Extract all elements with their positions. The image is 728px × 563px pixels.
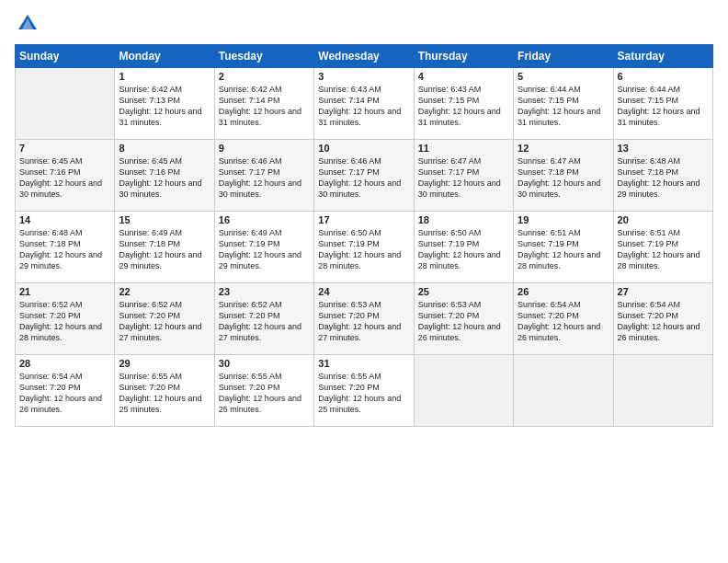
day-info: Sunrise: 6:44 AMSunset: 7:15 PMDaylight:…	[618, 84, 709, 129]
day-number: 8	[119, 143, 210, 154]
day-number: 26	[518, 286, 609, 297]
day-number: 21	[19, 286, 110, 297]
day-header-monday: Monday	[115, 45, 214, 68]
day-header-saturday: Saturday	[613, 45, 712, 68]
day-number: 22	[119, 286, 210, 297]
day-info: Sunrise: 6:54 AMSunset: 7:20 PMDaylight:…	[618, 299, 709, 344]
day-number: 6	[618, 71, 709, 82]
day-number: 31	[318, 358, 409, 369]
day-number: 10	[318, 143, 409, 154]
calendar-cell: 26Sunrise: 6:54 AMSunset: 7:20 PMDayligh…	[514, 283, 613, 355]
day-number: 29	[119, 358, 210, 369]
day-number: 28	[19, 358, 110, 369]
day-number: 17	[318, 214, 409, 225]
day-header-sunday: Sunday	[16, 45, 115, 68]
day-info: Sunrise: 6:47 AMSunset: 7:17 PMDaylight:…	[418, 155, 509, 201]
day-number: 24	[318, 286, 409, 297]
day-number: 12	[518, 143, 609, 154]
day-info: Sunrise: 6:50 AMSunset: 7:19 PMDaylight:…	[418, 227, 509, 272]
day-number: 23	[219, 286, 310, 297]
day-info: Sunrise: 6:45 AMSunset: 7:16 PMDaylight:…	[19, 155, 110, 201]
calendar-cell: 10Sunrise: 6:46 AMSunset: 7:17 PMDayligh…	[314, 140, 414, 212]
logo	[15, 11, 44, 37]
day-number: 25	[418, 286, 509, 297]
day-info: Sunrise: 6:47 AMSunset: 7:18 PMDaylight:…	[518, 155, 609, 201]
day-info: Sunrise: 6:48 AMSunset: 7:18 PMDaylight:…	[618, 155, 709, 201]
calendar-cell: 5Sunrise: 6:44 AMSunset: 7:15 PMDaylight…	[514, 68, 613, 140]
day-number: 15	[119, 214, 210, 225]
logo-icon	[15, 11, 40, 37]
calendar-cell: 3Sunrise: 6:43 AMSunset: 7:14 PMDaylight…	[314, 68, 414, 140]
day-header-tuesday: Tuesday	[214, 45, 313, 68]
calendar-cell: 8Sunrise: 6:45 AMSunset: 7:16 PMDaylight…	[115, 140, 214, 212]
day-info: Sunrise: 6:42 AMSunset: 7:14 PMDaylight:…	[219, 84, 310, 129]
calendar-cell	[514, 355, 613, 427]
day-info: Sunrise: 6:51 AMSunset: 7:19 PMDaylight:…	[618, 227, 709, 272]
day-number: 2	[219, 71, 310, 82]
calendar-cell: 24Sunrise: 6:53 AMSunset: 7:20 PMDayligh…	[314, 283, 414, 355]
calendar-cell	[613, 355, 712, 427]
day-info: Sunrise: 6:43 AMSunset: 7:14 PMDaylight:…	[318, 84, 409, 129]
calendar-page: SundayMondayTuesdayWednesdayThursdayFrid…	[0, 0, 728, 563]
day-number: 16	[219, 214, 310, 225]
calendar-cell: 19Sunrise: 6:51 AMSunset: 7:19 PMDayligh…	[514, 212, 613, 283]
day-info: Sunrise: 6:49 AMSunset: 7:18 PMDaylight:…	[119, 227, 210, 272]
day-number: 4	[418, 71, 509, 82]
calendar-cell: 17Sunrise: 6:50 AMSunset: 7:19 PMDayligh…	[314, 212, 414, 283]
calendar-cell: 18Sunrise: 6:50 AMSunset: 7:19 PMDayligh…	[414, 212, 513, 283]
day-number: 3	[318, 71, 409, 82]
calendar-cell: 23Sunrise: 6:52 AMSunset: 7:20 PMDayligh…	[214, 283, 313, 355]
calendar-cell: 6Sunrise: 6:44 AMSunset: 7:15 PMDaylight…	[613, 68, 712, 140]
calendar-cell: 30Sunrise: 6:55 AMSunset: 7:20 PMDayligh…	[214, 355, 313, 427]
day-info: Sunrise: 6:55 AMSunset: 7:20 PMDaylight:…	[318, 371, 409, 416]
day-info: Sunrise: 6:42 AMSunset: 7:13 PMDaylight:…	[119, 84, 210, 129]
day-number: 30	[219, 358, 310, 369]
calendar-cell: 29Sunrise: 6:55 AMSunset: 7:20 PMDayligh…	[115, 355, 214, 427]
day-number: 19	[518, 214, 609, 225]
day-number: 5	[518, 71, 609, 82]
day-info: Sunrise: 6:49 AMSunset: 7:19 PMDaylight:…	[219, 227, 310, 272]
calendar-cell: 7Sunrise: 6:45 AMSunset: 7:16 PMDaylight…	[16, 140, 115, 212]
day-info: Sunrise: 6:53 AMSunset: 7:20 PMDaylight:…	[318, 299, 409, 344]
day-info: Sunrise: 6:46 AMSunset: 7:17 PMDaylight:…	[318, 155, 409, 201]
calendar-cell: 21Sunrise: 6:52 AMSunset: 7:20 PMDayligh…	[16, 283, 115, 355]
calendar-cell: 13Sunrise: 6:48 AMSunset: 7:18 PMDayligh…	[613, 140, 712, 212]
day-info: Sunrise: 6:50 AMSunset: 7:19 PMDaylight:…	[318, 227, 409, 272]
calendar-cell: 9Sunrise: 6:46 AMSunset: 7:17 PMDaylight…	[214, 140, 313, 212]
day-info: Sunrise: 6:53 AMSunset: 7:20 PMDaylight:…	[418, 299, 509, 344]
calendar-cell: 11Sunrise: 6:47 AMSunset: 7:17 PMDayligh…	[414, 140, 513, 212]
calendar-cell	[16, 68, 115, 140]
day-number: 7	[19, 143, 110, 154]
day-info: Sunrise: 6:55 AMSunset: 7:20 PMDaylight:…	[219, 371, 310, 416]
day-info: Sunrise: 6:44 AMSunset: 7:15 PMDaylight:…	[518, 84, 609, 129]
calendar-table: SundayMondayTuesdayWednesdayThursdayFrid…	[15, 44, 713, 427]
calendar-cell: 31Sunrise: 6:55 AMSunset: 7:20 PMDayligh…	[314, 355, 414, 427]
day-info: Sunrise: 6:48 AMSunset: 7:18 PMDaylight:…	[19, 227, 110, 272]
day-info: Sunrise: 6:43 AMSunset: 7:15 PMDaylight:…	[418, 84, 509, 129]
calendar-cell: 27Sunrise: 6:54 AMSunset: 7:20 PMDayligh…	[613, 283, 712, 355]
calendar-cell: 14Sunrise: 6:48 AMSunset: 7:18 PMDayligh…	[16, 212, 115, 283]
day-number: 11	[418, 143, 509, 154]
day-number: 13	[618, 143, 709, 154]
calendar-cell	[414, 355, 513, 427]
day-info: Sunrise: 6:46 AMSunset: 7:17 PMDaylight:…	[219, 155, 310, 201]
day-number: 18	[418, 214, 509, 225]
day-info: Sunrise: 6:52 AMSunset: 7:20 PMDaylight:…	[19, 299, 110, 344]
day-number: 27	[618, 286, 709, 297]
day-info: Sunrise: 6:45 AMSunset: 7:16 PMDaylight:…	[119, 155, 210, 201]
day-info: Sunrise: 6:52 AMSunset: 7:20 PMDaylight:…	[119, 299, 210, 344]
day-info: Sunrise: 6:54 AMSunset: 7:20 PMDaylight:…	[19, 371, 110, 416]
day-number: 14	[19, 214, 110, 225]
day-header-wednesday: Wednesday	[314, 45, 414, 68]
calendar-cell: 1Sunrise: 6:42 AMSunset: 7:13 PMDaylight…	[115, 68, 214, 140]
day-info: Sunrise: 6:51 AMSunset: 7:19 PMDaylight:…	[518, 227, 609, 272]
day-info: Sunrise: 6:55 AMSunset: 7:20 PMDaylight:…	[119, 371, 210, 416]
day-number: 1	[119, 71, 210, 82]
day-info: Sunrise: 6:52 AMSunset: 7:20 PMDaylight:…	[219, 299, 310, 344]
header	[15, 11, 713, 37]
calendar-cell: 16Sunrise: 6:49 AMSunset: 7:19 PMDayligh…	[214, 212, 313, 283]
calendar-cell: 28Sunrise: 6:54 AMSunset: 7:20 PMDayligh…	[16, 355, 115, 427]
calendar-cell: 20Sunrise: 6:51 AMSunset: 7:19 PMDayligh…	[613, 212, 712, 283]
calendar-cell: 2Sunrise: 6:42 AMSunset: 7:14 PMDaylight…	[214, 68, 313, 140]
day-header-friday: Friday	[514, 45, 613, 68]
